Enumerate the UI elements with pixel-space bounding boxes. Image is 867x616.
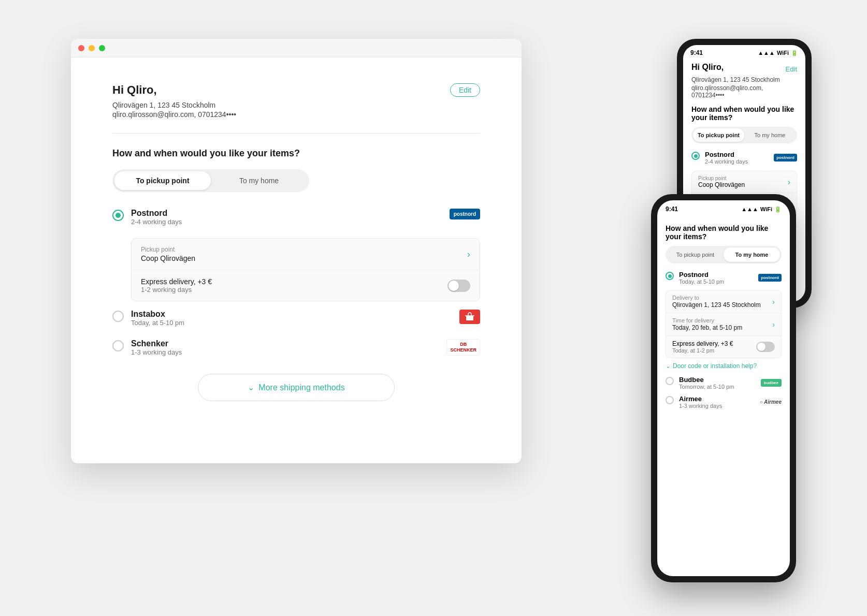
phone-2-budbee-radio[interactable] [666, 377, 674, 385]
phone-2-pickup-tab[interactable]: To pickup point [667, 247, 724, 262]
phone-2-airmee: Airmee 1-3 working days ○ Airmee [666, 395, 782, 409]
postnord-logo [450, 209, 480, 219]
postnord-radio[interactable] [112, 210, 124, 221]
greeting-text: Hi Qliro, [112, 83, 157, 97]
phone-2: 9:41 ▲▲▲ WiFi 🔋 How and when would you l… [651, 194, 796, 582]
instabox-radio[interactable] [112, 311, 124, 322]
postnord-subtitle: 2-4 working days [131, 218, 450, 226]
phone-2-time-row[interactable]: Time for delivery Today, 20 feb, at 5-10… [666, 313, 781, 336]
phone-1-home-tab[interactable]: To my home [744, 128, 796, 142]
phone-2-time-label: Time for delivery [672, 317, 742, 324]
phone-2-express-label: Express delivery, +3 € [672, 340, 733, 347]
instabox-name: Instabox [131, 310, 459, 319]
pickup-label: Pickup point [141, 246, 195, 253]
pickup-value: Coop Qlirovägen [141, 254, 195, 262]
browser-content: Hi Qliro, Edit Qlirovägen 1, 123 45 Stoc… [71, 57, 522, 463]
phone-1-toggle[interactable]: To pickup point To my home [691, 127, 797, 143]
phone-2-screen: 9:41 ▲▲▲ WiFi 🔋 How and when would you l… [657, 200, 790, 576]
phone-2-postnord-sub: Today, at 5-10 pm [679, 278, 758, 285]
phone-1-status-icons: ▲▲▲ WiFi 🔋 [758, 50, 798, 56]
pickup-point-tab[interactable]: To pickup point [114, 171, 211, 190]
phone-2-budbee: Budbee Tomorrow, at 5-10 pm budbee [666, 376, 782, 390]
chevron-down-small: ⌄ [666, 362, 671, 370]
phone-2-section-title: How and when would you like your items? [666, 224, 782, 241]
phone-1-greeting: Hi Qliro, [691, 63, 724, 72]
postnord-name: Postnord [131, 209, 450, 218]
close-icon[interactable] [78, 45, 84, 51]
phone-2-postnord: Postnord Today, at 5-10 pm postnord [666, 271, 782, 285]
phone-2-airmee-sub: 1-3 working days [679, 403, 760, 409]
instabox-option: Instabox Today, at 5-10 pm [112, 310, 480, 327]
phone-1-status-bar: 9:41 ▲▲▲ WiFi 🔋 [683, 45, 805, 58]
chevron-right-icon: › [467, 249, 470, 260]
door-code-text: Door code or installation help? [673, 362, 757, 370]
door-code-link[interactable]: ⌄ Door code or installation help? [666, 362, 782, 370]
phone-2-delivery-row[interactable]: Delivery to Qlirovägen 1, 123 45 Stockho… [666, 290, 781, 313]
home-delivery-tab[interactable]: To my home [211, 171, 307, 190]
schenker-subtitle: 1-3 working days [131, 348, 446, 356]
express-label: Express delivery, +3 € [141, 277, 212, 286]
postnord-logo-badge [450, 209, 480, 219]
phone-2-time-value: Today, 20 feb, at 5-10 pm [672, 324, 742, 331]
checkout-header: Hi Qliro, Edit [112, 83, 480, 97]
minimize-icon[interactable] [89, 45, 95, 51]
svg-rect-0 [466, 316, 473, 320]
phone-2-time-chevron: › [772, 320, 775, 329]
phone-2-detail-box: Delivery to Qlirovägen 1, 123 45 Stockho… [666, 290, 782, 358]
pickup-details: Pickup point Coop Qlirovägen › Express d… [131, 238, 480, 301]
more-shipping-button[interactable]: ⌄ More shipping methods [198, 374, 395, 401]
instabox-logo [459, 310, 480, 324]
phone-2-postnord-radio[interactable] [666, 272, 674, 280]
phone-2-budbee-sub: Tomorrow, at 5-10 pm [679, 384, 761, 390]
phone-1-postnord: Postnord 2-4 working days postnord [691, 151, 797, 165]
divider [112, 133, 480, 134]
phone-1-email: qliro.qlirosson@qliro.com, 0701234•••• [691, 84, 797, 99]
instabox-logo-badge [459, 310, 480, 324]
phone-2-airmee-radio[interactable] [666, 396, 674, 404]
instabox-subtitle: Today, at 5-10 pm [131, 319, 459, 327]
chevron-down-icon: ⌄ [248, 383, 254, 392]
schenker-option: Schenker 1-3 working days DBSCHENKER [112, 339, 480, 356]
express-toggle[interactable] [447, 280, 470, 292]
phone-1-edit[interactable]: Edit [786, 65, 797, 73]
maximize-icon[interactable] [99, 45, 105, 51]
phone-2-delivery-chevron: › [772, 298, 775, 306]
more-shipping-label: More shipping methods [258, 383, 344, 392]
phone-2-airmee-logo: ○ Airmee [760, 399, 782, 405]
phone-1-pickup-tab[interactable]: To pickup point [693, 128, 744, 142]
phone-2-status-icons: ▲▲▲ WiFi 🔋 [741, 206, 782, 213]
address-line: Qlirovägen 1, 123 45 Stockholm [112, 101, 480, 109]
phone-1-postnord-radio[interactable] [691, 152, 700, 160]
phone-2-status-bar: 9:41 ▲▲▲ WiFi 🔋 [657, 200, 790, 215]
express-row: Express delivery, +3 € 1-2 working days [132, 270, 480, 301]
phone-2-budbee-name: Budbee [679, 376, 761, 384]
phone-1-section-title: How and when would you like your items? [691, 105, 797, 122]
phone-2-content: How and when would you like your items? … [657, 215, 790, 419]
phone-2-express-row: Express delivery, +3 € Today, at 1-2 pm [666, 336, 781, 358]
schenker-logo: DBSCHENKER [446, 339, 480, 356]
phone-2-delivery-value: Qlirovägen 1, 123 45 Stockholm [672, 301, 761, 309]
phone-1-pickup-row[interactable]: Pickup point Coop Qlirovägen › [692, 171, 797, 193]
phone-2-express-switch[interactable] [756, 342, 775, 352]
schenker-radio[interactable] [112, 340, 124, 351]
phone-2-postnord-logo: postnord [758, 274, 782, 282]
edit-button[interactable]: Edit [450, 83, 480, 97]
phone-2-time: 9:41 [666, 206, 678, 213]
phone-2-airmee-name: Airmee [679, 395, 760, 403]
postnord-option: Postnord 2-4 working days [112, 209, 480, 226]
desktop-browser: Hi Qliro, Edit Qlirovägen 1, 123 45 Stoc… [71, 39, 522, 463]
email-line: qliro.qlirosson@qliro.com, 0701234•••• [112, 110, 480, 119]
delivery-toggle[interactable]: To pickup point To my home [112, 169, 309, 192]
browser-titlebar [71, 39, 522, 57]
phone-1-postnord-logo: postnord [774, 154, 797, 162]
phone-1-address: Qlirovägen 1, 123 45 Stockholm [691, 76, 797, 83]
phone-2-postnord-name: Postnord [679, 271, 758, 278]
phone-2-budbee-logo: budbee [761, 379, 782, 387]
phone-2-delivery-label: Delivery to [672, 295, 761, 301]
phone-1-pickup-value: Coop Qlirovägen [698, 181, 745, 188]
pickup-point-row[interactable]: Pickup point Coop Qlirovägen › [132, 239, 480, 270]
phone-2-home-tab[interactable]: To my home [724, 247, 780, 262]
schenker-name: Schenker [131, 339, 446, 348]
phone-2-toggle[interactable]: To pickup point To my home [666, 246, 782, 263]
phone-1-postnord-name: Postnord [705, 151, 774, 158]
